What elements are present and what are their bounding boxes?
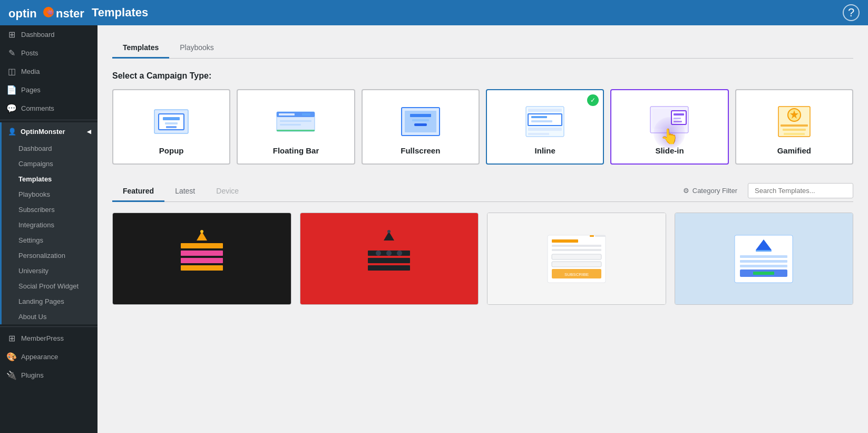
filter-tabs: Featured Latest Device <box>112 181 249 201</box>
sidebar-item-comments[interactable]: 💬 Comments <box>0 99 97 118</box>
template-thumb-2 <box>300 213 479 304</box>
template-grid: SUBSCRIBE <box>112 213 853 305</box>
sidebar-item-campaigns[interactable]: Campaigns <box>2 156 97 171</box>
sidebar-item-templates[interactable]: Templates <box>2 171 97 187</box>
logo: optin 👾 nster Templates <box>8 5 148 21</box>
svg-rect-47 <box>368 258 410 263</box>
category-filter[interactable]: ⚙ Category Filter <box>683 182 737 199</box>
svg-text:nster: nster <box>56 7 84 20</box>
floating-bar-label: Floating Bar <box>273 146 319 155</box>
svg-rect-55 <box>552 239 578 243</box>
svg-rect-31 <box>674 113 684 116</box>
template-card-4[interactable] <box>675 213 854 305</box>
svg-rect-18 <box>410 114 431 117</box>
sidebar-item-dashboard[interactable]: ⊞ Dashboard <box>0 25 97 44</box>
svg-rect-23 <box>528 114 562 126</box>
filter-tab-latest[interactable]: Latest <box>164 181 206 202</box>
filter-tab-device[interactable]: Device <box>206 181 249 202</box>
sidebar-item-landing-pages[interactable]: Landing Pages <box>2 294 97 309</box>
svg-point-45 <box>200 230 203 233</box>
svg-rect-22 <box>528 109 562 112</box>
campaign-card-floating-bar[interactable]: Floating Bar <box>237 89 355 165</box>
sidebar-item-integrations[interactable]: Integrations <box>2 217 97 233</box>
gamified-icon <box>773 103 815 140</box>
logo-svg: optin 👾 nster <box>8 5 87 21</box>
sidebar-item-posts[interactable]: ✎ Posts <box>0 44 97 62</box>
sidebar-item-settings[interactable]: Settings <box>2 233 97 248</box>
svg-point-50 <box>387 230 391 233</box>
popup-label: Popup <box>159 146 184 155</box>
sidebar-item-memberpress[interactable]: ⊞ MemberPress <box>0 329 97 348</box>
hover-ring <box>654 117 685 149</box>
campaign-card-slide-in[interactable]: 👆 Slide-in <box>610 89 728 165</box>
campaign-card-popup[interactable]: Popup <box>112 89 230 165</box>
slide-in-label: Slide-in <box>655 146 684 155</box>
collapse-icon: ◀ <box>87 129 91 134</box>
svg-rect-68 <box>740 260 787 263</box>
tab-templates[interactable]: Templates <box>112 38 169 59</box>
svg-rect-8 <box>166 126 177 128</box>
comments-icon: 💬 <box>6 103 17 113</box>
svg-rect-6 <box>163 117 180 120</box>
main-content: Templates Playbooks Select a Campaign Ty… <box>97 25 868 433</box>
search-templates-input[interactable] <box>748 183 853 198</box>
sidebar-divider-2 <box>0 326 97 327</box>
campaign-card-fullscreen[interactable]: Fullscreen <box>362 89 480 165</box>
svg-rect-62 <box>590 235 594 237</box>
template-card-1[interactable] <box>112 213 291 305</box>
appearance-icon: 🎨 <box>6 352 17 362</box>
inline-icon <box>524 103 566 140</box>
campaign-card-inline[interactable]: ✓ Inline <box>486 89 604 165</box>
svg-rect-41 <box>181 251 223 256</box>
svg-rect-40 <box>181 243 223 248</box>
main-tabs: Templates Playbooks <box>112 38 853 59</box>
svg-rect-38 <box>784 133 805 135</box>
memberpress-icon: ⊞ <box>6 333 17 343</box>
template-thumb-1 <box>113 213 291 304</box>
sidebar-item-appearance[interactable]: 🎨 Appearance <box>0 348 97 366</box>
tab-playbooks[interactable]: Playbooks <box>169 38 225 59</box>
sidebar-item-about-us[interactable]: About Us <box>2 309 97 324</box>
optinmonster-section: 👤 OptinMonster ◀ Dashboard Campaigns Tem… <box>0 122 97 324</box>
fullscreen-icon <box>399 103 442 140</box>
svg-rect-20 <box>414 123 427 126</box>
popup-icon <box>150 103 192 140</box>
campaign-card-gamified[interactable]: Gamified <box>735 89 853 165</box>
svg-rect-37 <box>783 129 806 131</box>
sidebar-item-om-dashboard[interactable]: Dashboard <box>2 141 97 156</box>
sidebar-item-playbooks[interactable]: Playbooks <box>2 187 97 202</box>
sidebar-item-personalization[interactable]: Personalization <box>2 248 97 263</box>
filter-row: Featured Latest Device ⚙ Category Filter <box>112 181 853 202</box>
svg-rect-48 <box>368 265 410 271</box>
media-icon: ◫ <box>6 66 17 76</box>
svg-text:👾: 👾 <box>46 8 54 16</box>
svg-text:SUBSCRIBE: SUBSCRIBE <box>564 272 589 277</box>
campaign-types: Popup Floating Bar <box>112 89 853 165</box>
top-header: optin 👾 nster Templates ? <box>0 0 868 25</box>
optinmonster-section-title[interactable]: 👤 OptinMonster ◀ <box>2 122 97 141</box>
template-card-3[interactable]: SUBSCRIBE <box>487 213 666 305</box>
floating-bar-icon <box>275 103 317 140</box>
sidebar-item-media[interactable]: ◫ Media <box>0 62 97 81</box>
filter-tab-featured[interactable]: Featured <box>112 181 164 202</box>
gamified-label: Gamified <box>777 146 811 155</box>
help-icon[interactable]: ? <box>843 4 860 21</box>
svg-rect-36 <box>781 124 808 127</box>
sidebar-item-pages[interactable]: 📄 Pages <box>0 81 97 99</box>
svg-point-51 <box>376 251 381 256</box>
svg-rect-26 <box>528 128 562 131</box>
sidebar-item-social-proof[interactable]: Social Proof Widget <box>2 278 97 294</box>
sidebar-divider-1 <box>0 120 97 120</box>
sidebar-item-university[interactable]: University <box>2 263 97 278</box>
svg-rect-11 <box>279 113 295 116</box>
svg-rect-12 <box>302 113 310 116</box>
svg-rect-71 <box>753 272 774 275</box>
sidebar-item-plugins[interactable]: 🔌 Plugins <box>0 366 97 384</box>
svg-rect-69 <box>740 265 787 267</box>
fullscreen-label: Fullscreen <box>401 146 440 155</box>
template-card-2[interactable] <box>300 213 479 305</box>
filter-right: ⚙ Category Filter <box>683 182 853 199</box>
svg-rect-27 <box>528 133 549 135</box>
sidebar-item-subscribers[interactable]: Subscribers <box>2 202 97 217</box>
gear-icon: ⚙ <box>683 187 689 195</box>
